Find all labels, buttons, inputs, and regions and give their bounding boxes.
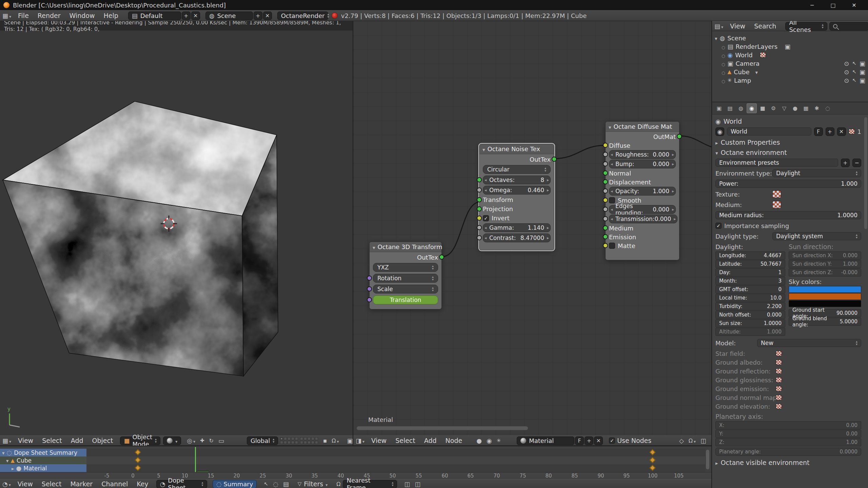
channel-dope-sheet-summary[interactable]: Dope Sheet Summary (0, 449, 86, 456)
item-label[interactable]: Lamp (734, 77, 751, 84)
latitude-field[interactable]: Latitude:50.7667 (715, 260, 785, 268)
model-dropdown[interactable]: New (757, 339, 861, 347)
dopesheet-scrollbar[interactable] (706, 450, 709, 469)
daylight-type-dropdown[interactable]: Daylight system (772, 232, 861, 240)
dopesheet-menu-marker[interactable]: Marker (66, 480, 97, 488)
panel-octane-environment[interactable]: Octane environment (715, 148, 861, 157)
viewport-menu-view[interactable]: View (14, 437, 38, 444)
selectability-cursor-icon[interactable] (852, 68, 856, 76)
collapse-node-icon[interactable] (609, 123, 611, 130)
outliner-item-world[interactable]: World (722, 51, 864, 59)
socket-omega-input[interactable] (477, 187, 482, 192)
layer-cell[interactable] (304, 441, 307, 444)
contrast-field[interactable]: Contrast:8.47000 (483, 233, 551, 242)
horizontal-scrollbar[interactable] (357, 426, 528, 430)
properties-scrollbar[interactable] (864, 117, 867, 229)
scale-selector[interactable]: Scale (373, 285, 438, 293)
environment-presets-dropdown[interactable]: Environment presets (715, 159, 838, 167)
scene-selector[interactable]: Scene (205, 12, 253, 20)
turbidity-field[interactable]: Turbidity:2.200 (715, 302, 785, 310)
selectability-cursor-icon[interactable] (852, 77, 856, 84)
channel-label[interactable]: Cube (17, 457, 32, 464)
world-name-field[interactable]: World (727, 127, 811, 136)
item-label[interactable]: World (735, 52, 753, 59)
renderable-camera-icon[interactable] (785, 43, 790, 50)
collapse-node-icon[interactable] (373, 243, 375, 251)
socket-scale-input[interactable] (367, 286, 372, 291)
new-world-button[interactable]: + (826, 127, 834, 136)
add-scene-button[interactable]: + (254, 12, 262, 20)
collapse-node-icon[interactable] (482, 145, 485, 153)
visibility-eye-icon[interactable] (844, 68, 849, 76)
item-label[interactable]: Cube (734, 68, 749, 76)
viewport-menu-select[interactable]: Select (38, 437, 66, 444)
node-octane-noise-tex[interactable]: Octane Noise Tex OutTex Circular Octaves… (479, 144, 554, 250)
add-preset-button[interactable]: + (841, 159, 850, 167)
outliner-scope-selector[interactable]: All Scenes (785, 22, 827, 30)
outliner-item-camera[interactable]: Camera (722, 59, 865, 67)
north-offset-field[interactable]: North offset:0.000 (715, 311, 785, 319)
summary-toggle[interactable]: Summary (213, 480, 257, 488)
copy-keyframes-button[interactable] (402, 481, 412, 488)
item-label[interactable]: Scene (727, 35, 746, 42)
menu-help[interactable]: Help (99, 12, 122, 19)
tab-modifiers[interactable] (768, 103, 778, 113)
layer-cell[interactable] (315, 441, 318, 444)
ground-normal-map-checker-button[interactable] (776, 395, 782, 400)
star-field-checker-button[interactable] (776, 351, 782, 356)
interaction-mode-selector[interactable]: Object Mode (120, 436, 160, 445)
local-time-field[interactable]: Local time:10.0 (715, 294, 785, 302)
node-header-diffuse-mat[interactable]: Octane Diffuse Mat (606, 122, 679, 132)
day-field[interactable]: Day:1 (715, 268, 785, 277)
layer-cell[interactable] (300, 437, 303, 440)
roughness-field[interactable]: Roughness:0.000 (609, 150, 676, 159)
delete-screen-layout-button[interactable]: ✕ (191, 12, 200, 20)
power-slider[interactable]: Power:1.000 (715, 180, 861, 188)
layer-cell[interactable] (311, 437, 314, 440)
matte-checkbox[interactable] (609, 243, 615, 249)
node-octane-diffuse-mat[interactable]: Octane Diffuse Mat OutMat Diffuse Roughn… (605, 121, 679, 260)
gamma-field[interactable]: Gamma:1.140 (483, 223, 551, 232)
texture-checker-button[interactable] (772, 190, 781, 198)
item-label[interactable]: RenderLayers (736, 43, 778, 50)
opacity-field[interactable]: Opacity:1.000 (609, 187, 676, 196)
dopesheet-menu-channel[interactable]: Channel (97, 480, 132, 488)
socket-displacement-input[interactable] (603, 179, 608, 184)
menu-window[interactable]: Window (65, 12, 99, 19)
fake-user-button[interactable]: F (814, 127, 823, 136)
tab-world[interactable] (747, 103, 757, 113)
show-errors-button[interactable] (281, 481, 291, 488)
medium-radius-slider[interactable]: Medium radius:1.0000 (715, 211, 861, 219)
panel-custom-properties[interactable]: Custom Properties (715, 138, 861, 146)
layer-cell[interactable] (291, 441, 294, 444)
sun-size-field[interactable]: Sun size:1.0000 (715, 319, 785, 327)
dopesheet-mode-selector[interactable]: Dope Sheet (156, 480, 207, 488)
manipulator-rotate-button[interactable] (206, 438, 216, 444)
medium-checker-button[interactable] (772, 201, 781, 208)
layer-cell[interactable] (300, 441, 303, 444)
socket-invert-input[interactable] (477, 216, 482, 221)
outliner-search-input[interactable] (829, 22, 868, 30)
layer-grid-2[interactable] (300, 437, 318, 444)
socket-medium-input[interactable] (603, 225, 608, 230)
tab-texture[interactable] (801, 103, 811, 113)
layer-cell[interactable] (295, 437, 298, 440)
shader-type-object-button[interactable] (474, 437, 484, 444)
node-octane-3d-transform[interactable]: Octane 3D Transform OutTex YXZ Rotation … (369, 242, 442, 309)
tab-data[interactable] (779, 103, 789, 113)
layer-cell[interactable] (288, 441, 291, 444)
node-snap-button[interactable] (686, 437, 698, 444)
keyframe-band-summary[interactable] (86, 449, 705, 456)
info-editor-type-button[interactable] (0, 12, 14, 19)
gmt-offset-field[interactable]: GMT offset:0 (715, 285, 785, 293)
ground-emission-checker-button[interactable] (776, 386, 782, 391)
viewport-shading-selector[interactable] (163, 436, 181, 445)
maximize-button[interactable]: □ (823, 0, 844, 10)
ground-glossiness-checker-button[interactable] (776, 377, 782, 383)
month-field[interactable]: Month:3 (715, 277, 785, 285)
layer-cell[interactable] (304, 437, 307, 440)
socket-transform-input[interactable] (477, 197, 482, 202)
snap-mode-selector[interactable]: Nearest Frame (343, 480, 397, 488)
selectability-cursor-icon[interactable] (852, 60, 856, 67)
longitude-field[interactable]: Longitude:4.4667 (715, 251, 785, 260)
